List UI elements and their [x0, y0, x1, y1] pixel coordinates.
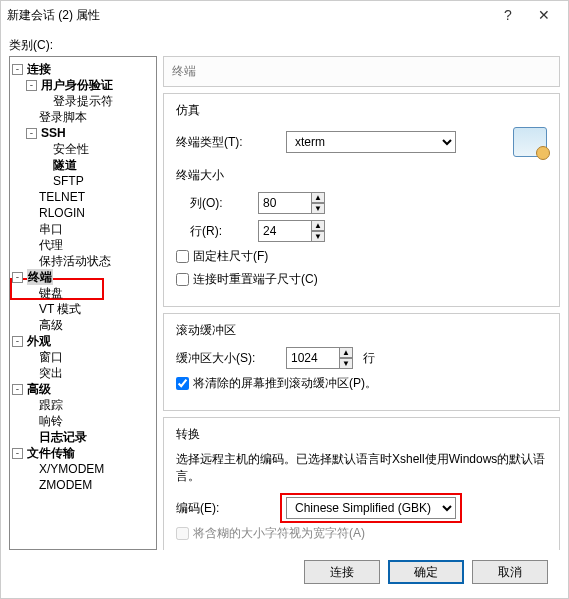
tree-node-advanced[interactable]: 高级: [27, 381, 51, 397]
input-cols[interactable]: [258, 192, 312, 214]
expander-icon[interactable]: -: [12, 336, 23, 347]
tree-node-window[interactable]: 窗口: [39, 349, 63, 365]
tree-node-vtmode[interactable]: VT 模式: [39, 301, 81, 317]
expander-icon[interactable]: -: [12, 64, 23, 75]
tree-node-connection[interactable]: 连接: [27, 61, 51, 77]
tree-node-xymodem[interactable]: X/YMODEM: [39, 461, 104, 477]
check-reset-on-connect[interactable]: 连接时重置端子尺寸(C): [176, 271, 547, 288]
footer: 连接 确定 取消: [9, 550, 560, 598]
expander-icon[interactable]: -: [26, 80, 37, 91]
hint-convert: 选择远程主机的编码。已选择默认语言时Xshell使用Windows的默认语言。: [176, 451, 547, 485]
tree-node-filetransfer[interactable]: 文件传输: [27, 445, 75, 461]
monitor-icon: [513, 127, 547, 157]
content: 类别(C): -连接 -用户身份验证 登录提示符 登录脚本 -SSH: [1, 29, 568, 598]
combo-term-type[interactable]: xterm: [286, 131, 456, 153]
category-label: 类别(C):: [9, 37, 560, 54]
ok-button[interactable]: 确定: [388, 560, 464, 584]
expander-icon[interactable]: -: [12, 384, 23, 395]
expander-icon[interactable]: -: [26, 128, 37, 139]
group-title-scroll: 滚动缓冲区: [176, 322, 547, 339]
expander-icon[interactable]: -: [12, 448, 23, 459]
spin-down-icon[interactable]: ▼: [339, 358, 353, 369]
dialog-window: 新建会话 (2) 属性 ? ✕ 类别(C): -连接 -用户身份验证 登录提示符…: [0, 0, 569, 599]
tree-node-proxy[interactable]: 代理: [39, 237, 63, 253]
breadcrumb: 终端: [163, 56, 560, 87]
spin-up-icon[interactable]: ▲: [311, 220, 325, 231]
tree-node-loginprompt[interactable]: 登录提示符: [53, 93, 113, 109]
label-unit: 行: [363, 350, 375, 367]
category-tree[interactable]: -连接 -用户身份验证 登录提示符 登录脚本 -SSH 安全性 隧道 SFTP: [9, 56, 157, 550]
tree-node-keyboard[interactable]: 键盘: [39, 285, 63, 301]
check-push-cleared[interactable]: 将清除的屏幕推到滚动缓冲区(P)。: [176, 375, 547, 392]
input-buffer-size[interactable]: [286, 347, 340, 369]
tree-node-keepalive[interactable]: 保持活动状态: [39, 253, 111, 269]
tree-node-loginscript[interactable]: 登录脚本: [39, 109, 87, 125]
panel-emulation: 仿真 终端类型(T): xterm 终端大小 列(O): ▲▼ 行(R):: [163, 93, 560, 307]
window-title: 新建会话 (2) 属性: [7, 7, 490, 24]
spin-down-icon[interactable]: ▼: [311, 203, 325, 214]
group-title-size: 终端大小: [176, 167, 547, 184]
input-rows[interactable]: [258, 220, 312, 242]
tree-node-telnet[interactable]: TELNET: [39, 189, 85, 205]
panel-convert: 转换 选择远程主机的编码。已选择默认语言时Xshell使用Windows的默认语…: [163, 417, 560, 550]
spin-up-icon[interactable]: ▲: [339, 347, 353, 358]
help-button[interactable]: ?: [490, 1, 526, 29]
tree-node-highlight[interactable]: 突出: [39, 365, 63, 381]
tree-node-tunnel[interactable]: 隧道: [53, 157, 77, 173]
settings-pane: 终端 仿真 终端类型(T): xterm 终端大小 列(O): ▲▼: [163, 56, 560, 550]
panel-scroll: 滚动缓冲区 缓冲区大小(S): ▲▼ 行 将清除的屏幕推到滚动缓冲区(P)。: [163, 313, 560, 411]
spin-down-icon[interactable]: ▼: [311, 231, 325, 242]
tree-node-security[interactable]: 安全性: [53, 141, 89, 157]
tree-node-serial[interactable]: 串口: [39, 221, 63, 237]
tree-node-logging[interactable]: 日志记录: [39, 429, 87, 445]
titlebar: 新建会话 (2) 属性 ? ✕: [1, 1, 568, 29]
tree-node-bell[interactable]: 响铃: [39, 413, 63, 429]
tree-node-trace[interactable]: 跟踪: [39, 397, 63, 413]
spin-up-icon[interactable]: ▲: [311, 192, 325, 203]
label-cols: 列(O):: [176, 195, 248, 212]
tree-node-rlogin[interactable]: RLOGIN: [39, 205, 85, 221]
tree-node-sftp[interactable]: SFTP: [53, 173, 84, 189]
label-term-type: 终端类型(T):: [176, 134, 276, 151]
tree-node-zmodem[interactable]: ZMODEM: [39, 477, 92, 493]
connect-button[interactable]: 连接: [304, 560, 380, 584]
tree-node-ssh[interactable]: SSH: [41, 125, 66, 141]
check-fixed-cols[interactable]: 固定柱尺寸(F): [176, 248, 547, 265]
label-rows: 行(R):: [176, 223, 248, 240]
main-layout: -连接 -用户身份验证 登录提示符 登录脚本 -SSH 安全性 隧道 SFTP: [9, 56, 560, 550]
close-button[interactable]: ✕: [526, 1, 562, 29]
cancel-button[interactable]: 取消: [472, 560, 548, 584]
group-title-convert: 转换: [176, 426, 547, 443]
label-buffer-size: 缓冲区大小(S):: [176, 350, 276, 367]
tree-node-auth[interactable]: 用户身份验证: [41, 77, 113, 93]
tree-node-appearance[interactable]: 外观: [27, 333, 51, 349]
tree-node-advanced-terminal[interactable]: 高级: [39, 317, 63, 333]
label-encoding: 编码(E):: [176, 500, 276, 517]
tree-node-terminal[interactable]: 终端: [27, 269, 53, 285]
combo-encoding[interactable]: Chinese Simplified (GBK): [286, 497, 456, 519]
check-widechar[interactable]: 将含糊的大小字符视为宽字符(A): [176, 525, 547, 542]
group-title-emulation: 仿真: [176, 102, 547, 119]
expander-icon[interactable]: -: [12, 272, 23, 283]
